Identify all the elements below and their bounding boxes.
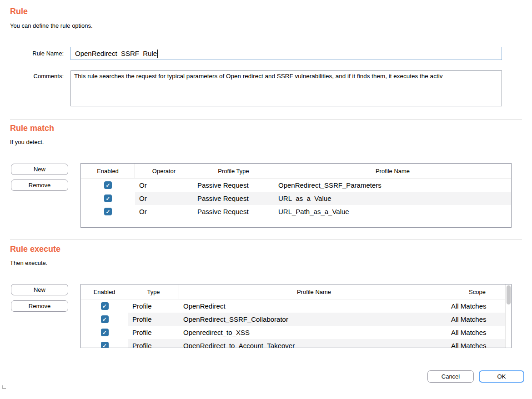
rule-execute-row[interactable]: ✓ProfileOpenRedirect_SSRF_CollaboratorAl… xyxy=(81,313,511,326)
enabled-cell: ✓ xyxy=(81,179,135,192)
checkmark-icon: ✓ xyxy=(102,330,107,335)
profile-type-cell: Passive Request xyxy=(193,192,274,205)
enabled-checkbox[interactable]: ✓ xyxy=(101,342,109,348)
rule-execute-subtitle: Then execute. xyxy=(10,259,47,267)
enabled-cell: ✓ xyxy=(81,326,128,339)
profile-type-cell: Passive Request xyxy=(193,179,274,192)
type-cell: Profile xyxy=(128,313,179,326)
profile-name-cell: Openredirect_to_XSS xyxy=(179,326,449,339)
checkmark-icon: ✓ xyxy=(102,317,107,322)
rule-section-subtitle: You can define the rule options. xyxy=(10,22,93,30)
operator-cell: Or xyxy=(135,179,193,192)
resize-grip[interactable] xyxy=(2,385,6,389)
column-header-enabled[interactable]: Enabled xyxy=(81,284,128,299)
rule-match-table-header: Enabled Operator Profile Type Profile Na… xyxy=(81,164,511,179)
rule-execute-table: Enabled Type Profile Name Scope ✓Profile… xyxy=(80,284,512,348)
enabled-cell: ✓ xyxy=(81,192,135,205)
checkmark-icon: ✓ xyxy=(105,183,110,188)
profile-name-cell: URL_as_a_Value xyxy=(274,192,511,205)
vertical-scrollbar[interactable] xyxy=(505,284,511,348)
type-cell: Profile xyxy=(128,326,179,339)
rule-match-row[interactable]: ✓OrPassive RequestURL_as_a_Value xyxy=(81,192,511,205)
profile-name-cell: URL_Path_as_a_Value xyxy=(274,205,511,218)
rule-execute-table-header: Enabled Type Profile Name Scope xyxy=(81,284,511,299)
rule-match-subtitle: If you detect. xyxy=(10,139,44,146)
scrollbar-thumb[interactable] xyxy=(507,285,511,304)
section-divider xyxy=(10,119,522,120)
column-header-operator[interactable]: Operator xyxy=(135,164,193,178)
enabled-checkbox[interactable]: ✓ xyxy=(101,329,109,336)
checkmark-icon: ✓ xyxy=(102,304,107,309)
type-cell: Profile xyxy=(128,339,179,348)
rule-execute-title: Rule execute xyxy=(10,244,60,254)
rule-section-title: Rule xyxy=(10,6,28,16)
comments-textarea[interactable]: This rule searches the request for typic… xyxy=(70,70,502,106)
type-cell: Profile xyxy=(128,299,179,313)
rule-match-table-body: ✓OrPassive RequestOpenRedirect_SSRF_Para… xyxy=(81,179,511,218)
checkmark-icon: ✓ xyxy=(102,343,107,349)
rule-match-table: Enabled Operator Profile Type Profile Na… xyxy=(80,163,512,228)
rule-name-input[interactable]: OpenRedirect_SSRF_Rule xyxy=(70,47,502,60)
rule-name-value: OpenRedirect_SSRF_Rule xyxy=(75,50,157,57)
enabled-cell: ✓ xyxy=(81,299,128,313)
execute-new-button[interactable]: New xyxy=(11,284,68,295)
profile-type-cell: Passive Request xyxy=(193,205,274,218)
column-header-enabled[interactable]: Enabled xyxy=(81,164,135,178)
match-new-button[interactable]: New xyxy=(11,164,68,175)
rule-match-title: Rule match xyxy=(10,123,54,133)
profile-name-cell: OpenRedirect_SSRF_Collaborator xyxy=(179,313,449,326)
enabled-checkbox[interactable]: ✓ xyxy=(101,302,109,310)
scope-cell: All Matches xyxy=(449,313,511,326)
profile-name-cell: OpenRedirect_to_Account_Takeover xyxy=(179,339,449,348)
rule-execute-row[interactable]: ✓ProfileOpenRedirect_to_Account_Takeover… xyxy=(81,339,511,348)
enabled-cell: ✓ xyxy=(81,205,135,218)
scope-cell: All Matches xyxy=(449,326,511,339)
scope-cell: All Matches xyxy=(449,339,511,348)
enabled-cell: ✓ xyxy=(81,313,128,326)
comments-value: This rule searches the request for typic… xyxy=(74,73,498,80)
column-header-profile-type[interactable]: Profile Type xyxy=(193,164,274,178)
profile-name-cell: OpenRedirect_SSRF_Parameters xyxy=(274,179,511,192)
operator-cell: Or xyxy=(135,192,193,205)
enabled-checkbox[interactable]: ✓ xyxy=(104,208,112,215)
enabled-checkbox[interactable]: ✓ xyxy=(101,315,109,323)
checkmark-icon: ✓ xyxy=(105,196,110,201)
ok-button[interactable]: OK xyxy=(479,370,524,383)
operator-cell: Or xyxy=(135,205,193,218)
cancel-button[interactable]: Cancel xyxy=(427,370,474,383)
enabled-checkbox[interactable]: ✓ xyxy=(104,181,112,189)
rule-execute-row[interactable]: ✓ProfileOpenRedirectAll Matches xyxy=(81,299,511,313)
scope-cell: All Matches xyxy=(449,299,511,313)
rule-dialog: Rule You can define the rule options. Ru… xyxy=(0,0,532,399)
column-header-type[interactable]: Type xyxy=(128,284,179,299)
enabled-cell: ✓ xyxy=(81,339,128,348)
column-header-scope[interactable]: Scope xyxy=(449,284,505,299)
text-caret xyxy=(157,50,158,58)
match-remove-button[interactable]: Remove xyxy=(11,180,68,191)
rule-match-row[interactable]: ✓OrPassive RequestOpenRedirect_SSRF_Para… xyxy=(81,179,511,192)
comments-label: Comments: xyxy=(9,73,64,80)
section-divider xyxy=(10,239,522,240)
profile-name-cell: OpenRedirect xyxy=(179,299,449,313)
checkmark-icon: ✓ xyxy=(105,209,110,214)
enabled-checkbox[interactable]: ✓ xyxy=(104,195,112,202)
column-header-profile-name[interactable]: Profile Name xyxy=(179,284,449,299)
execute-remove-button[interactable]: Remove xyxy=(11,300,68,312)
rule-name-label: Rule Name: xyxy=(9,50,64,57)
column-header-profile-name[interactable]: Profile Name xyxy=(274,164,511,178)
rule-execute-row[interactable]: ✓ProfileOpenredirect_to_XSSAll Matches xyxy=(81,326,511,339)
rule-execute-table-body: ✓ProfileOpenRedirectAll Matches✓ProfileO… xyxy=(81,299,511,348)
rule-match-row[interactable]: ✓OrPassive RequestURL_Path_as_a_Value xyxy=(81,205,511,218)
